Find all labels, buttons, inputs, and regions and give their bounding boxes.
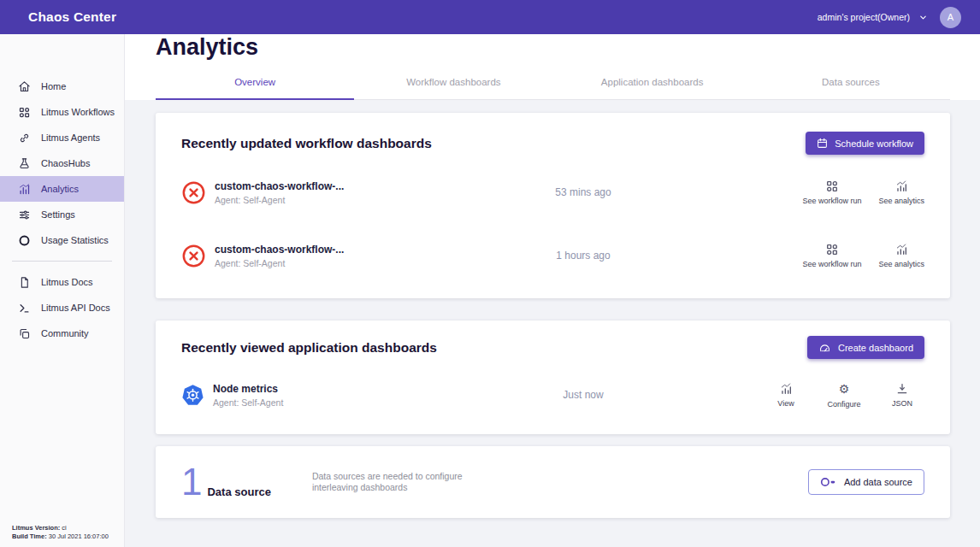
- view-chart-icon: [779, 382, 793, 396]
- workflow-name[interactable]: custom-chaos-workflow-...: [215, 180, 344, 192]
- sidebar-item-label: Litmus Docs: [41, 277, 93, 287]
- data-source-count: 1: [181, 463, 202, 501]
- settings-icon: [18, 209, 31, 221]
- schedule-workflow-label: Schedule workflow: [835, 138, 913, 149]
- litmus-version-label: Litmus Version:: [12, 524, 60, 532]
- kubernetes-icon: [181, 384, 204, 407]
- sidebar-item-litmus-docs[interactable]: Litmus Docs: [0, 269, 124, 295]
- see-workflow-run-label: See workflow run: [802, 197, 861, 205]
- app-title: Chaos Center: [28, 9, 116, 25]
- sidebar-item-litmus-api-docs[interactable]: Litmus API Docs: [0, 295, 124, 321]
- sidebar-divider: [12, 261, 112, 262]
- docs-icon: [18, 276, 31, 289]
- app-header: Chaos Center admin's project(Owner) A: [0, 0, 980, 34]
- home-icon: [18, 80, 31, 93]
- dashboard-viewed-time: Just now: [515, 389, 652, 401]
- download-icon: [895, 382, 909, 396]
- sidebar-item-label: Community: [41, 328, 89, 338]
- configure-label: Configure: [827, 400, 860, 409]
- workflow-updated-time: 1 hours ago: [515, 250, 652, 262]
- analytics-icon: [18, 183, 31, 196]
- application-dashboard-row: Node metrics Agent: Self-Agent Just now …: [181, 376, 924, 414]
- workflow-row: custom-chaos-workflow-... Agent: Self-Ag…: [181, 174, 924, 211]
- see-analytics-label: See analytics: [878, 197, 924, 205]
- workflow-dashboards-card: Recently updated workflow dashboards Sch…: [156, 113, 950, 298]
- sidebar-item-home[interactable]: Home: [0, 74, 124, 99]
- sidebar-item-litmus-agents[interactable]: Litmus Agents: [0, 125, 124, 150]
- avatar-initial: A: [948, 12, 953, 22]
- workflow-name[interactable]: custom-chaos-workflow-...: [215, 244, 344, 256]
- see-analytics-button[interactable]: See analytics: [878, 243, 924, 268]
- json-download-button[interactable]: JSON: [880, 382, 924, 409]
- project-selector-label: admin's project(Owner): [818, 12, 910, 22]
- sidebar-item-label: Litmus Workflows: [41, 107, 115, 117]
- tab-data-sources[interactable]: Data sources: [752, 77, 950, 99]
- see-workflow-run-button[interactable]: See workflow run: [802, 179, 861, 205]
- sidebar-item-community[interactable]: Community: [0, 321, 124, 346]
- dashboard-gauge-icon: [818, 342, 831, 353]
- avatar[interactable]: A: [940, 7, 961, 28]
- build-time-value: 30 Jul 2021 16:07:00: [47, 532, 109, 540]
- dashboard-name[interactable]: Node metrics: [213, 383, 283, 395]
- sidebar-item-settings[interactable]: Settings: [0, 202, 124, 227]
- json-label: JSON: [892, 399, 912, 408]
- sidebar-item-usage-statistics[interactable]: Usage Statistics: [0, 227, 124, 253]
- page-title: Analytics: [125, 34, 980, 61]
- create-dashboard-label: Create dashbaord: [838, 343, 913, 353]
- sidebar-item-label: Litmus Agents: [41, 132, 100, 143]
- workflow-card-title: Recently updated workflow dashboards: [181, 136, 432, 151]
- litmus-version-value: ci: [60, 524, 67, 532]
- workflow-agent: Agent: Self-Agent: [215, 258, 344, 268]
- failed-status-icon: [181, 244, 206, 268]
- workflow-run-icon: [825, 243, 839, 256]
- add-data-source-label: Add data source: [844, 477, 912, 487]
- sidebar-item-label: ChaosHubs: [41, 158, 90, 168]
- dashboard-agent: Agent: Self-Agent: [213, 397, 283, 408]
- analytics-chart-icon: [894, 179, 908, 193]
- tab-bar: Overview Workflow dashboards Application…: [156, 77, 950, 100]
- tab-application-dashboards[interactable]: Application dashboards: [553, 77, 752, 99]
- create-dashboard-button[interactable]: Create dashbaord: [807, 336, 924, 359]
- workflow-run-icon: [825, 179, 839, 193]
- see-analytics-label: See analytics: [878, 260, 924, 268]
- see-analytics-button[interactable]: See analytics: [878, 179, 924, 205]
- sidebar-item-chaoshubs[interactable]: ChaosHubs: [0, 150, 124, 176]
- sidebar: Home Litmus Workflows Litmus Agents Chao…: [0, 34, 125, 547]
- calendar-icon: [817, 138, 828, 149]
- sidebar-item-litmus-workflows[interactable]: Litmus Workflows: [0, 99, 124, 125]
- analytics-chart-icon: [894, 243, 908, 256]
- sidebar-item-label: Settings: [41, 209, 75, 220]
- tab-overview[interactable]: Overview: [156, 77, 354, 100]
- usage-statistics-icon: [18, 234, 31, 247]
- chevron-down-icon: [918, 13, 928, 22]
- workflow-agent: Agent: Self-Agent: [215, 195, 344, 205]
- build-time-label: Build Time:: [12, 532, 47, 540]
- see-workflow-run-button[interactable]: See workflow run: [802, 243, 861, 268]
- workflows-icon: [18, 106, 31, 119]
- sidebar-item-label: Litmus API Docs: [41, 303, 110, 313]
- gear-icon: ⚙: [839, 382, 850, 397]
- data-source-card: 1 Data source Data sources are needed to…: [156, 446, 950, 518]
- sidebar-item-label: Home: [41, 81, 66, 91]
- data-source-label: Data source: [207, 485, 270, 498]
- main-content: Analytics Overview Workflow dashboards A…: [125, 0, 980, 547]
- tab-workflow-dashboards[interactable]: Workflow dashboards: [354, 77, 552, 99]
- project-selector[interactable]: admin's project(Owner): [818, 12, 928, 22]
- workflow-updated-time: 53 mins ago: [515, 186, 652, 198]
- sidebar-item-label: Analytics: [41, 184, 79, 194]
- add-data-source-button[interactable]: Add data source: [808, 469, 924, 495]
- failed-status-icon: [181, 180, 206, 205]
- version-info: Litmus Version: ci Build Time: 30 Jul 20…: [12, 524, 109, 541]
- view-dashboard-button[interactable]: View: [764, 382, 808, 409]
- agents-icon: [18, 132, 31, 144]
- datasource-icon: [820, 476, 836, 488]
- application-card-title: Recently viewed application dashboards: [181, 340, 437, 356]
- community-icon: [18, 327, 31, 340]
- data-source-description: Data sources are needed to configure int…: [312, 471, 499, 493]
- api-docs-icon: [18, 302, 31, 315]
- schedule-workflow-button[interactable]: Schedule workflow: [806, 132, 924, 155]
- configure-dashboard-button[interactable]: ⚙ Configure: [822, 382, 866, 409]
- workflow-row: custom-chaos-workflow-... Agent: Self-Ag…: [181, 237, 924, 274]
- see-workflow-run-label: See workflow run: [802, 260, 861, 268]
- sidebar-item-analytics[interactable]: Analytics: [0, 176, 124, 202]
